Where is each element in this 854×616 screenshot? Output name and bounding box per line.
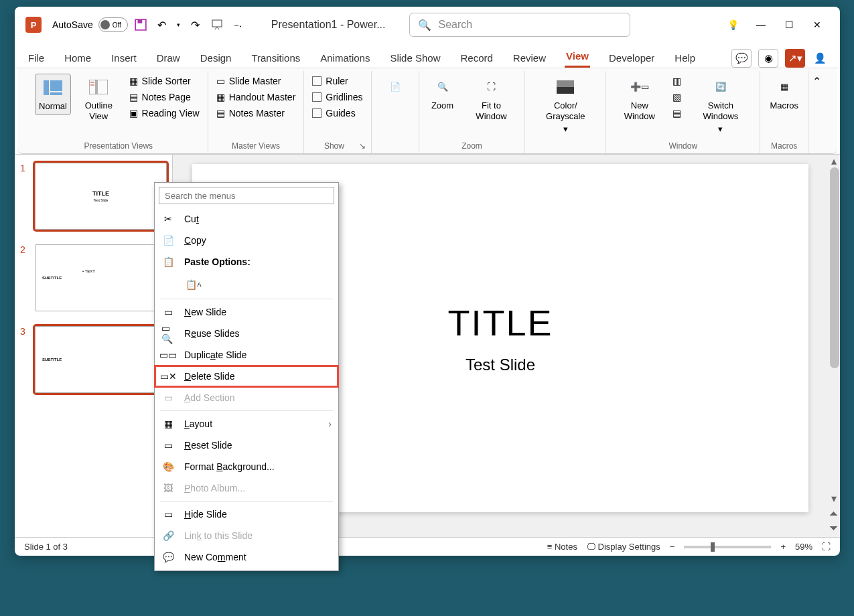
color-grayscale-button[interactable]: Color/ Grayscale ▾	[530, 74, 600, 137]
tab-help[interactable]: Help	[673, 48, 697, 68]
group-notes: 📄	[372, 71, 419, 153]
thumbnail-slide-2[interactable]: SUBTITLE • TEXT	[35, 244, 167, 311]
menu-format-background[interactable]: 🎨Format Background...	[155, 456, 338, 477]
slide-master-button[interactable]: ▭Slide Master	[214, 74, 299, 88]
close-button[interactable]: ✕	[808, 15, 827, 34]
minimize-button[interactable]: —	[752, 15, 770, 34]
prev-slide-icon[interactable]: ⏶	[829, 508, 839, 520]
paste-keep-formatting-button[interactable]: 📋A	[184, 275, 203, 294]
handout-master-button[interactable]: ▦Handout Master	[214, 90, 299, 104]
record-indicator-button[interactable]: ◉	[758, 49, 778, 68]
share-button[interactable]: ↗▾	[785, 49, 805, 68]
svg-rect-2	[212, 20, 222, 27]
ruler-checkbox[interactable]: Ruler	[309, 74, 365, 88]
search-input[interactable]: 🔍 Search	[409, 13, 630, 37]
dialog-launcher-icon[interactable]: ↘	[359, 141, 366, 151]
tab-review[interactable]: Review	[512, 48, 547, 68]
new-window-button[interactable]: ➕▭New Window	[612, 74, 667, 124]
notes-page-button[interactable]: ▤Notes Page	[127, 90, 202, 104]
lightbulb-icon[interactable]: 💡	[723, 15, 742, 34]
comments-button[interactable]: 💬	[731, 49, 752, 68]
account-icon[interactable]: 👤	[812, 52, 828, 64]
tab-design[interactable]: Design	[199, 48, 233, 68]
color-grayscale-icon	[555, 76, 576, 98]
menu-duplicate-slide[interactable]: ▭▭Duplicate Slide	[155, 344, 338, 366]
menu-hide-slide[interactable]: ▭Hide Slide	[155, 504, 338, 525]
new-window-icon: ➕▭	[629, 76, 650, 98]
scrollbar-track[interactable]	[828, 167, 840, 489]
menu-reset-slide[interactable]: ▭Reset Slide	[155, 435, 338, 456]
undo-dropdown[interactable]: ▾	[175, 16, 183, 33]
menu-layout[interactable]: ▦Layout›	[155, 413, 338, 435]
switch-windows-button[interactable]: 🔄Switch Windows ▾	[687, 74, 754, 137]
svg-rect-11	[557, 87, 574, 94]
notes-button[interactable]: 📄	[377, 74, 413, 103]
tab-slideshow[interactable]: Slide Show	[388, 48, 441, 68]
tab-view[interactable]: View	[565, 46, 590, 68]
move-split-button[interactable]: ▤	[670, 106, 684, 121]
menu-search-input[interactable]	[159, 187, 334, 204]
notes-master-icon: ▤	[216, 108, 225, 119]
zoom-out-button[interactable]: −	[670, 542, 675, 552]
zoom-in-button[interactable]: +	[780, 542, 786, 552]
zoom-slider[interactable]	[684, 546, 771, 548]
vertical-scrollbar[interactable]: ▴ ▾ ⏶ ⏷	[828, 155, 840, 537]
menu-cut[interactable]: ✂Cut	[155, 208, 338, 230]
zoom-slider-thumb[interactable]	[711, 542, 715, 552]
tab-file[interactable]: File	[27, 48, 46, 68]
tab-developer[interactable]: Developer	[608, 48, 656, 68]
menu-copy[interactable]: 📄Copy	[155, 230, 338, 251]
redo-button[interactable]: ↷	[187, 16, 204, 33]
next-slide-icon[interactable]: ⏷	[829, 522, 839, 534]
collapse-ribbon-button[interactable]: ⌃	[808, 71, 825, 153]
outline-view-icon	[88, 76, 109, 98]
duplicate-slide-icon: ▭▭	[161, 348, 175, 362]
menu-new-comment[interactable]: 💬New Comment	[155, 546, 338, 568]
group-macros: ▦Macros Macros	[760, 71, 808, 153]
macros-button[interactable]: ▦Macros	[766, 74, 802, 114]
notes-master-button[interactable]: ▤Notes Master	[214, 106, 299, 121]
tab-transitions[interactable]: Transitions	[250, 48, 301, 68]
maximize-button[interactable]: ☐	[780, 15, 798, 34]
zoom-button[interactable]: 🔍Zoom	[425, 74, 461, 114]
menu-separator	[160, 299, 333, 299]
outline-view-button[interactable]: Outline View	[74, 74, 124, 124]
tab-home[interactable]: Home	[63, 48, 92, 68]
menu-new-slide[interactable]: ▭New Slide	[155, 301, 338, 323]
notes-toggle[interactable]: ≡ Notes	[547, 542, 577, 552]
group-show: Ruler Gridlines Guides Show ↘	[304, 71, 371, 153]
scroll-up-icon[interactable]: ▴	[828, 155, 840, 167]
tab-record[interactable]: Record	[459, 48, 494, 68]
fit-to-window-button[interactable]: ⛶Fit to Window	[464, 74, 520, 124]
menu-add-section: ▭Add Section	[155, 387, 338, 408]
scroll-down-icon[interactable]: ▾	[831, 492, 837, 505]
guides-checkbox[interactable]: Guides	[309, 106, 365, 121]
tab-insert[interactable]: Insert	[110, 48, 138, 68]
arrange-all-button[interactable]: ▥	[670, 74, 684, 88]
scrollbar-thumb[interactable]	[830, 167, 839, 368]
menu-reuse-slides[interactable]: ▭🔍Reuse Slides	[155, 323, 338, 344]
menu-delete-slide[interactable]: ▭✕Delete Slide	[155, 366, 338, 387]
thumbnail-number: 1	[20, 163, 29, 230]
save-button[interactable]	[132, 16, 149, 33]
fit-to-window-icon[interactable]: ⛶	[822, 542, 831, 552]
qat-customize-button[interactable]: ⎼▾	[230, 16, 247, 33]
autosave-toggle[interactable]: Off	[98, 17, 128, 32]
svg-rect-6	[89, 80, 96, 94]
display-settings-button[interactable]: 🖵 Display Settings	[587, 542, 660, 552]
tab-draw[interactable]: Draw	[155, 48, 182, 68]
slide-master-icon: ▭	[216, 76, 225, 86]
tab-animations[interactable]: Animations	[319, 48, 371, 68]
move-split-icon: ▤	[672, 108, 681, 119]
slide-counter[interactable]: Slide 1 of 3	[24, 542, 68, 552]
thumbnail-slide-1[interactable]: TITLE Test Slide	[35, 163, 167, 230]
reading-view-button[interactable]: ▣Reading View	[127, 106, 202, 121]
slide-sorter-button[interactable]: ▦Slide Sorter	[127, 74, 202, 88]
cascade-button[interactable]: ▧	[670, 90, 684, 104]
normal-view-button[interactable]: Normal	[35, 74, 71, 115]
zoom-level[interactable]: 59%	[795, 542, 812, 552]
thumbnail-slide-3[interactable]: SUBTITLE	[35, 326, 167, 393]
undo-button[interactable]: ↶	[153, 16, 171, 33]
present-from-start-button[interactable]	[208, 16, 226, 33]
gridlines-checkbox[interactable]: Gridlines	[309, 90, 365, 104]
